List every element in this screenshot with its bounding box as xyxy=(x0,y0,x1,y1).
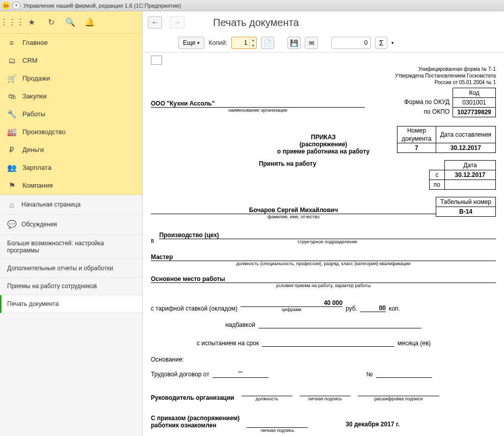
sidebar-item-discussions[interactable]: 💬Обсуждения xyxy=(0,215,142,235)
users-icon: 👥 xyxy=(7,163,16,172)
sidebar: ⋮⋮⋮ ★ ↻ 🔍 🔔 ≡Главное 🗂CRM 🛒Продажи 🛍Заку… xyxy=(0,11,143,436)
menu-icon: ≡ xyxy=(7,38,16,47)
sidebar-item-sales[interactable]: 🛒Продажи xyxy=(0,69,142,87)
codes-table: Код 0301001 1027739829 xyxy=(453,88,496,117)
copies-spinner[interactable]: ▲▼ xyxy=(231,37,257,49)
kop-value: 00 xyxy=(360,304,386,312)
sidebar-item-label: Компания xyxy=(22,182,53,189)
position-sub: должность (специальность, профессия), ра… xyxy=(151,261,496,266)
history-icon[interactable]: ↻ xyxy=(46,17,56,28)
dept-sub: структурное подразделение xyxy=(159,239,496,244)
app-logo-icon: 1c xyxy=(2,2,10,10)
chat-icon: 💬 xyxy=(7,220,16,229)
sidebar-item-reports[interactable]: Дополнительные отчеты и обработки xyxy=(0,260,142,277)
sidebar-item-label: Производство xyxy=(22,128,66,136)
in-label: в xyxy=(151,237,154,244)
workplace: Основное место работы xyxy=(151,275,496,283)
preview-button[interactable]: 📄 xyxy=(261,37,274,49)
save-button[interactable]: 💾 xyxy=(287,37,301,49)
sum-dropdown-icon[interactable]: ▾ xyxy=(391,40,394,45)
tariff-label: с тарифной ставкой (окладом) xyxy=(151,305,237,312)
home-icon: ⌂ xyxy=(7,200,16,209)
sidebar-extra-section: ⌂Начальная страница 💬Обсуждения Больше в… xyxy=(0,195,142,436)
contract-no-field xyxy=(376,371,432,378)
trial-field xyxy=(262,340,394,347)
more-button[interactable]: Еще▾ xyxy=(178,37,204,49)
main-header: ← → Печать документа xyxy=(143,11,504,34)
sidebar-item-crm[interactable]: 🗂CRM xyxy=(0,52,142,69)
accept-title: Принять на работу xyxy=(151,160,424,167)
sidebar-item-label: Закупки xyxy=(22,92,46,100)
org-name: ООО "Кухни Ассоль" xyxy=(151,100,365,108)
sidebar-item-label: Главное xyxy=(22,39,48,46)
sidebar-item-label: Приемы на работу сотрудников xyxy=(7,283,97,290)
search-icon[interactable]: 🔍 xyxy=(65,17,75,28)
trial-unit: месяца (ев) xyxy=(397,340,431,347)
number-input[interactable] xyxy=(331,37,371,49)
apps-icon[interactable]: ⋮⋮⋮ xyxy=(7,17,17,28)
flag-icon: ⚑ xyxy=(7,181,16,190)
dates-table: Дата с30.12.2017 по xyxy=(429,160,496,190)
bell-icon[interactable]: 🔔 xyxy=(85,17,95,28)
rub-label: руб. xyxy=(346,305,357,312)
dropdown-menu-button[interactable] xyxy=(12,2,20,10)
addon-field xyxy=(258,321,421,328)
sidebar-item-label: Больше возможностей: настройка программы xyxy=(7,240,135,254)
sidebar-item-label: CRM xyxy=(22,57,38,64)
email-button[interactable]: ✉ xyxy=(305,37,318,49)
org-sub: наименование организации xyxy=(151,108,365,113)
copies-input[interactable] xyxy=(232,37,249,48)
ack1: С приказом (распоряжением) xyxy=(151,415,240,422)
sidebar-item-settings[interactable]: Больше возможностей: настройка программы xyxy=(0,235,142,260)
contract-date: "" xyxy=(213,370,269,378)
contract-label: Трудовой договор от xyxy=(151,371,209,378)
sidebar-item-works[interactable]: 🔧Работы xyxy=(0,105,142,123)
factory-icon: 🏭 xyxy=(7,127,16,137)
department: Производство (цех) xyxy=(159,232,496,239)
sidebar-item-print[interactable]: Печать документа xyxy=(0,295,142,313)
addon-label: надбавкой xyxy=(225,321,255,328)
sidebar-item-label: Дополнительные отчеты и обработки xyxy=(7,265,113,272)
sidebar-item-money[interactable]: ₽Деньги xyxy=(0,141,142,159)
sidebar-item-purchases[interactable]: 🛍Закупки xyxy=(0,87,142,105)
sidebar-main-section: ≡Главное 🗂CRM 🛒Продажи 🛍Закупки 🔧Работы … xyxy=(0,34,142,195)
spinner-up-icon[interactable]: ▲ xyxy=(249,37,256,43)
sidebar-item-label: Продажи xyxy=(22,74,50,82)
sidebar-item-label: Работы xyxy=(22,110,45,118)
sidebar-item-label: Печать документа xyxy=(7,300,59,307)
contract-no-label: № xyxy=(366,371,373,378)
print-toolbar: Еще▾ Копий: ▲▼ 📄 💾 ✉ Σ ▾ xyxy=(143,34,504,52)
crm-icon: 🗂 xyxy=(7,56,16,65)
approval-text: Унифицированная форма № Т-1 Утверждена П… xyxy=(151,66,496,86)
sidebar-item-hiring[interactable]: Приемы на работу сотрудников xyxy=(0,277,142,295)
back-button[interactable]: ← xyxy=(148,16,162,29)
trial-label: с испытанием на срок xyxy=(197,340,259,347)
page-title: Печать документа xyxy=(213,17,299,29)
ack-date: 30 декабря 2017 г. xyxy=(346,421,400,428)
titlebar: 1c Управление нашей фирмой, редакция 1.6… xyxy=(0,0,504,11)
tariff-sub: цифрами xyxy=(241,307,342,312)
wrench-icon: 🔧 xyxy=(7,110,16,119)
okud-label: Форма по ОКУД xyxy=(404,97,449,107)
sidebar-item-label: Начальная страница xyxy=(21,201,81,208)
sidebar-item-main[interactable]: ≡Главное xyxy=(0,34,142,52)
position: Мастер xyxy=(151,253,496,261)
sidebar-item-home[interactable]: ⌂Начальная страница xyxy=(0,195,142,215)
sidebar-item-production[interactable]: 🏭Производство xyxy=(0,123,142,141)
spinner-down-icon[interactable]: ▼ xyxy=(249,43,256,48)
ruble-icon: ₽ xyxy=(7,145,16,155)
tariff-value: 40 000 xyxy=(241,299,342,307)
bag-icon: 🛍 xyxy=(7,92,16,101)
sum-button[interactable]: Σ xyxy=(375,37,387,49)
cart-icon: 🛒 xyxy=(7,74,16,83)
fio: Бочаров Сергей Михайлович xyxy=(151,207,436,214)
sidebar-item-salary[interactable]: 👥Зарплата xyxy=(0,159,142,176)
document-scroll[interactable]: Унифицированная форма № Т-1 Утверждена П… xyxy=(143,52,504,436)
forward-button[interactable]: → xyxy=(170,16,184,29)
star-icon[interactable]: ★ xyxy=(26,17,37,28)
manager-label: Руководитель организации xyxy=(151,394,234,401)
print-document: Унифицированная форма № Т-1 Утверждена П… xyxy=(143,53,504,436)
sidebar-item-company[interactable]: ⚑Компания xyxy=(0,176,142,194)
copies-label: Копий: xyxy=(208,39,227,46)
ack2: работник ознакомлен xyxy=(151,422,240,429)
